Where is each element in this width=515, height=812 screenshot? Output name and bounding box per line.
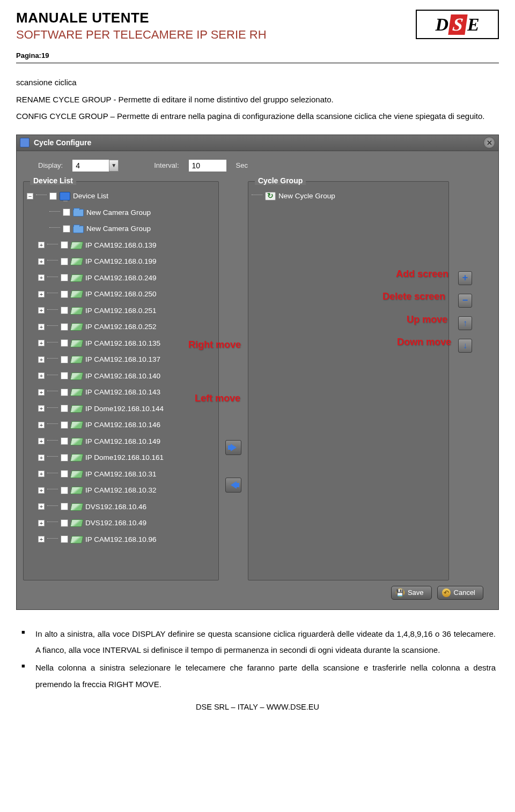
intro-line-2: RENAME CYCLE GROUP - Permette di editare… bbox=[16, 91, 499, 108]
device-list-panel: Device List −Device ListNew Camera Group… bbox=[23, 181, 219, 580]
checkbox[interactable] bbox=[61, 339, 68, 347]
device-item-row[interactable]: New Camera Group bbox=[27, 221, 215, 237]
checkbox[interactable] bbox=[61, 389, 68, 396]
interval-input[interactable] bbox=[189, 160, 226, 172]
camera-icon bbox=[70, 356, 84, 363]
device-item-row[interactable]: +IP CAM192.168.0.249 bbox=[27, 270, 215, 286]
expander-icon[interactable]: + bbox=[38, 471, 45, 477]
screen-buttons-column: + − ↑ ↓ bbox=[454, 181, 476, 580]
device-item-label: IP CAM192.168.10.149 bbox=[85, 437, 160, 445]
device-item-row[interactable]: +IP CAM192.168.10.32 bbox=[27, 482, 215, 499]
cycle-root-label: New Cycle Group bbox=[278, 192, 335, 200]
right-move-button[interactable] bbox=[225, 440, 241, 455]
expander-icon[interactable]: + bbox=[38, 520, 45, 526]
checkbox[interactable] bbox=[61, 290, 68, 298]
expander-icon[interactable]: + bbox=[38, 258, 45, 265]
checkbox[interactable] bbox=[61, 372, 68, 379]
device-item-row[interactable]: +IP CAM192.168.0.139 bbox=[27, 237, 215, 254]
expander-icon[interactable]: + bbox=[38, 274, 45, 281]
device-item-label: IP CAM192.168.0.139 bbox=[85, 241, 157, 249]
display-dropdown-arrow[interactable]: ▼ bbox=[109, 160, 119, 172]
checkbox[interactable] bbox=[49, 192, 57, 200]
add-screen-button[interactable]: + bbox=[458, 271, 472, 285]
checkbox[interactable] bbox=[61, 356, 68, 363]
expander-icon[interactable]: + bbox=[38, 438, 45, 444]
device-item-row[interactable]: +IP CAM192.168.0.250 bbox=[27, 286, 215, 303]
up-move-label: Up move bbox=[407, 314, 447, 325]
cycle-root-row[interactable]: New Cycle Group bbox=[252, 188, 445, 205]
device-item-label: IP CAM192.168.10.137 bbox=[85, 355, 160, 363]
up-move-button[interactable]: ↑ bbox=[458, 316, 472, 330]
cycle-group-icon bbox=[265, 192, 276, 200]
expander-icon[interactable]: + bbox=[38, 324, 45, 330]
device-item-row[interactable]: +IP CAM192.168.10.140 bbox=[27, 368, 215, 384]
logo-s: S bbox=[448, 14, 467, 35]
checkbox[interactable] bbox=[61, 454, 68, 461]
expander-icon[interactable]: + bbox=[38, 291, 45, 297]
device-item-row[interactable]: +IP CAM192.168.10.96 bbox=[27, 531, 215, 548]
checkbox[interactable] bbox=[61, 421, 68, 429]
checkbox[interactable] bbox=[63, 225, 70, 233]
device-item-row[interactable]: +IP CAM192.168.0.199 bbox=[27, 254, 215, 270]
camera-icon bbox=[70, 242, 84, 249]
device-item-row[interactable]: +DVS192.168.10.46 bbox=[27, 498, 215, 515]
down-move-button[interactable]: ↓ bbox=[458, 339, 472, 353]
camera-icon bbox=[70, 438, 84, 445]
save-button[interactable]: 💾 Save bbox=[391, 586, 432, 600]
delete-screen-button[interactable]: − bbox=[458, 294, 472, 308]
checkbox[interactable] bbox=[61, 274, 68, 281]
device-item-row[interactable]: +IP CAM192.168.10.149 bbox=[27, 433, 215, 450]
checkbox[interactable] bbox=[61, 503, 68, 510]
checkbox[interactable] bbox=[61, 470, 68, 478]
device-item-row[interactable]: New Camera Group bbox=[27, 204, 215, 221]
checkbox[interactable] bbox=[61, 519, 68, 527]
device-item-row[interactable]: +IP CAM192.168.10.143 bbox=[27, 384, 215, 401]
add-screen-label: Add screen bbox=[396, 269, 448, 280]
checkbox[interactable] bbox=[61, 487, 68, 494]
checkbox[interactable] bbox=[61, 323, 68, 331]
device-root-label: Device List bbox=[73, 192, 108, 200]
logo-e: E bbox=[467, 14, 480, 35]
device-item-row[interactable]: +IP CAM192.168.0.252 bbox=[27, 319, 215, 336]
device-item-row[interactable]: +IP Dome192.168.10.161 bbox=[27, 450, 215, 466]
display-input[interactable] bbox=[72, 160, 110, 172]
device-item-label: IP CAM192.168.0.252 bbox=[85, 323, 157, 331]
expander-icon[interactable]: + bbox=[38, 487, 45, 494]
expander-icon[interactable]: + bbox=[38, 422, 45, 428]
checkbox[interactable] bbox=[61, 258, 68, 265]
expander-icon[interactable]: + bbox=[38, 307, 45, 314]
expander-icon[interactable]: + bbox=[38, 242, 45, 248]
expander-icon[interactable]: + bbox=[38, 503, 45, 510]
device-item-row[interactable]: +IP Dome192.168.10.144 bbox=[27, 400, 215, 417]
checkbox[interactable] bbox=[61, 307, 68, 314]
device-item-row[interactable]: +DVS192.168.10.49 bbox=[27, 515, 215, 532]
device-item-row[interactable]: +IP CAM192.168.10.146 bbox=[27, 417, 215, 434]
device-item-row[interactable]: +IP CAM192.168.10.135 bbox=[27, 335, 215, 352]
device-root-row[interactable]: −Device List bbox=[27, 188, 215, 205]
checkbox[interactable] bbox=[61, 437, 68, 445]
expander-icon[interactable]: + bbox=[38, 405, 45, 412]
expander-icon[interactable]: − bbox=[27, 193, 33, 199]
save-label: Save bbox=[408, 588, 424, 597]
logo-d: D bbox=[435, 14, 448, 35]
checkbox[interactable] bbox=[61, 405, 68, 412]
device-item-row[interactable]: +IP CAM192.168.0.251 bbox=[27, 302, 215, 319]
camera-icon bbox=[70, 487, 84, 494]
expander-icon[interactable]: + bbox=[38, 536, 45, 542]
expander-icon[interactable]: + bbox=[38, 356, 45, 363]
bullet-2: Nella colonna a sinistra selezionare le … bbox=[19, 660, 496, 693]
checkbox[interactable] bbox=[61, 535, 68, 543]
expander-icon[interactable]: + bbox=[38, 389, 45, 396]
close-button[interactable]: ✕ bbox=[483, 137, 495, 148]
checkbox[interactable] bbox=[61, 241, 68, 249]
titlebar: Cycle Configure ✕ bbox=[17, 135, 498, 151]
device-item-row[interactable]: +IP CAM192.168.10.31 bbox=[27, 466, 215, 482]
left-move-button[interactable] bbox=[225, 478, 241, 493]
expander-icon[interactable]: + bbox=[38, 373, 45, 379]
right-move-label: Right move bbox=[188, 339, 241, 351]
checkbox[interactable] bbox=[63, 208, 70, 216]
expander-icon[interactable]: + bbox=[38, 455, 45, 461]
cancel-button[interactable]: ↶ Cancel bbox=[437, 586, 483, 600]
device-item-row[interactable]: +IP CAM192.168.10.137 bbox=[27, 352, 215, 368]
expander-icon[interactable]: + bbox=[38, 340, 45, 346]
